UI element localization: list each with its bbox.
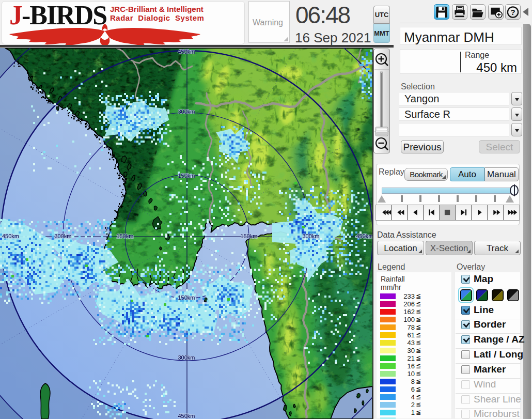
svg-text:450km: 450km	[178, 49, 195, 55]
svg-text:300km: 300km	[54, 233, 71, 239]
svg-text:300km: 300km	[302, 233, 319, 239]
svg-text:300km: 300km	[178, 354, 195, 361]
svg-text:?: ?	[510, 8, 515, 17]
svg-text:150km: 150km	[178, 294, 195, 301]
svg-text:150km: 150km	[240, 233, 257, 239]
svg-text:450km: 450km	[356, 233, 372, 239]
svg-text:450km: 450km	[2, 233, 19, 239]
svg-text:450km: 450km	[178, 413, 195, 419]
svg-text:300km: 300km	[178, 108, 195, 115]
svg-text:150km: 150km	[116, 233, 133, 239]
svg-text:150km: 150km	[178, 173, 195, 179]
